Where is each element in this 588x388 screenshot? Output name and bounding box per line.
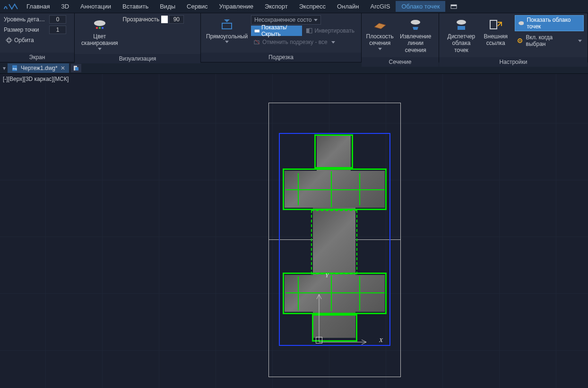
crop-rect-icon [219,17,234,32]
svg-rect-1 [451,5,457,6]
undo-crop-label: Отменить подрезку - все [262,39,328,45]
chevron-down-icon [225,41,229,43]
show-hide-label: Показать/Скрыть [261,24,300,37]
menu-views[interactable]: Виды [154,1,181,12]
pc-manager-label: Диспетчер облака точек [446,33,477,53]
ribbon-panel-visual: Цвет сканирования Прозрачность Визуализа… [75,13,201,62]
detail-level-label: Уровень детали... [4,16,47,23]
svg-point-4 [94,20,105,26]
panel-title-visual: Визуализация [75,54,200,63]
when-selected-toggle[interactable]: Вкл. когда выбран [515,33,584,48]
axis-y-label: Y [325,272,329,279]
invert-label: Инвертировать [314,27,355,34]
section-plane-button[interactable]: Плоскость сечения [365,15,394,52]
external-link-label: Внешняя ссылка [484,33,508,47]
menu-service[interactable]: Сервис [181,1,214,12]
ribbon-panel-crop: Прямоугольный Несохраненное состо Показа… [201,13,362,62]
tab-arrow-icon[interactable]: ▾ [1,65,8,71]
svg-rect-9 [254,29,259,33]
point-size-label: Размер точки [4,26,47,33]
document-tab[interactable]: dwg Чертеж1.dwg* ✕ [8,63,69,73]
document-tab-label: Чертеж1.dwg* [21,65,58,71]
svg-rect-17 [490,20,497,29]
menu-insert[interactable]: Вставить [117,1,154,12]
ribbon-panel-settings: Диспетчер облака точек Внешняя ссылка По… [439,13,588,62]
invert-button[interactable]: Инвертировать [303,26,357,36]
svg-point-14 [411,20,420,25]
ribbon-panel-screen: Уровень детали... Размер точки Орбита Эк… [0,13,75,62]
undo-crop-icon [254,39,260,45]
svg-point-20 [519,40,520,42]
svg-rect-10 [306,28,309,33]
undo-crop-button[interactable]: Отменить подрезку - все [251,37,357,47]
new-doc-icon [73,65,79,71]
ribbon-minimize-icon[interactable] [449,2,458,11]
external-link-button[interactable]: Внешняя ссылка [482,15,510,49]
scan-outline [311,210,357,274]
show-pointcloud-toggle[interactable]: Показать облако точек [515,15,584,31]
chevron-down-icon [331,41,335,44]
chevron-down-icon [378,48,382,50]
svg-rect-16 [458,26,465,30]
menu-manage[interactable]: Управление [214,1,259,12]
menu-annotations[interactable]: Аннотации [75,1,117,12]
axis-x-label: X [379,336,383,344]
panel-title-crop: Подрезка [201,53,361,62]
orbit-icon [6,37,12,44]
add-document-button[interactable] [71,64,81,72]
orbit-button[interactable]: Орбита [4,36,36,44]
point-size-input[interactable] [49,26,66,34]
menu-3d[interactable]: 3D [55,1,75,12]
opacity-input[interactable] [169,15,184,24]
svg-rect-7 [102,27,104,29]
detail-level-input[interactable] [49,15,66,24]
chevron-down-icon [98,48,102,50]
menu-main[interactable]: Главная [21,1,55,12]
menu-online[interactable]: Онлайн [331,1,365,12]
crop-state-dropdown[interactable]: Несохраненное состо [251,15,321,25]
ribbon: Уровень детали... Размер точки Орбита Эк… [0,13,588,62]
chevron-down-icon [314,19,318,21]
ribbon-panel-section: Плоскость сечения Извлечение линии сечен… [362,13,439,62]
viewport-label[interactable]: [-][Верх][3D каркас][МСК] [3,76,69,82]
chevron-down-icon [578,40,582,42]
rectangular-crop-button[interactable]: Прямоугольный [205,15,249,45]
scan-outline [314,134,353,168]
cloud-color-icon [92,17,107,32]
when-selected-label: Вкл. когда выбран [526,34,573,47]
menubar: Главная 3D Аннотации Вставить Виды Серви… [0,0,588,13]
opacity-label: Прозрачность [123,16,160,23]
show-hide-button[interactable]: Показать/Скрыть [251,26,302,36]
scan-color-button[interactable]: Цвет сканирования [78,15,121,52]
svg-point-3 [8,37,10,43]
crop-state-label: Несохраненное состо [254,17,311,23]
external-link-icon [488,17,503,32]
section-plane-icon [372,17,388,32]
panel-title-section: Сечение [362,57,439,67]
svg-rect-11 [309,28,312,33]
menu-pointcloud[interactable]: Облако точек [396,1,445,12]
menu-express[interactable]: Экспресс [294,1,331,12]
menu-export[interactable]: Экспорт [259,1,294,12]
extract-section-label: Извлечение линии сечения [399,33,432,53]
close-icon[interactable]: ✕ [61,65,65,71]
panel-title-settings: Настройки [439,57,588,67]
extract-section-icon [408,17,423,32]
svg-rect-8 [222,23,232,29]
invert-icon [306,28,312,34]
scan-color-label: Цвет сканирования [81,33,118,47]
x-axis-icon [319,339,371,345]
drawing-canvas[interactable]: [-][Верх][3D каркас][МСК] X Y [0,74,588,388]
dwg-file-icon: dwg [11,65,18,71]
menu-arcgis[interactable]: ArcGIS [365,1,396,12]
extract-section-button[interactable]: Извлечение линии сечения [396,15,435,55]
pc-manager-button[interactable]: Диспетчер облака точек [443,15,480,55]
y-axis-icon [316,291,322,342]
svg-point-18 [519,21,524,25]
svg-point-2 [6,39,12,42]
gear-icon [517,38,523,44]
svg-text:dwg: dwg [12,67,17,70]
svg-rect-5 [96,27,98,29]
svg-rect-6 [99,27,101,29]
orbit-label: Орбита [14,37,34,44]
